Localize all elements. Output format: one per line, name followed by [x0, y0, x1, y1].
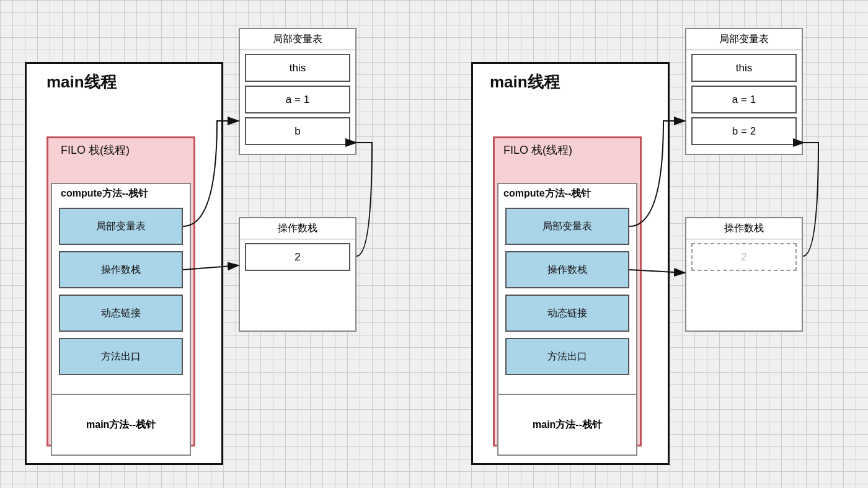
dynamic-link-left: 动态链接 — [59, 295, 183, 332]
local-vars-left: 局部变量表 — [59, 208, 183, 245]
dynamic-link-right: 动态链接 — [505, 295, 629, 332]
local-table-left: 局部变量表 this a = 1 b — [239, 28, 356, 155]
main-method-frame-right: main方法--栈针 — [497, 394, 637, 456]
method-exit-left: 方法出口 — [59, 338, 183, 375]
method-exit-right: 方法出口 — [505, 338, 629, 375]
main-label-right: main线程 — [490, 71, 560, 93]
operand-table-left: 操作数栈 2 — [239, 217, 356, 332]
local-table-cell-left-1: a = 1 — [245, 86, 350, 113]
compute-label-right: compute方法--栈针 — [503, 187, 591, 200]
operand-cell-right-0: 2 — [691, 243, 797, 271]
operand-table-right: 操作数栈 2 — [685, 217, 803, 332]
local-table-cell-left-0: this — [245, 54, 350, 82]
operand-stack-right: 操作数栈 — [505, 251, 629, 288]
filo-label-right: FILO 栈(线程) — [503, 143, 572, 157]
operand-stack-left: 操作数栈 — [59, 251, 183, 288]
local-table-cell-right-0: this — [691, 54, 797, 82]
local-vars-right: 局部变量表 — [505, 208, 629, 245]
operand-cell-left-0: 2 — [245, 243, 350, 271]
main-method-frame-left: main方法--栈针 — [51, 394, 191, 456]
local-table-title-left: 局部变量表 — [240, 29, 355, 50]
compute-label-left: compute方法--栈针 — [61, 187, 148, 200]
local-table-cell-left-2: b — [245, 117, 350, 145]
local-table-cell-right-2: b = 2 — [691, 117, 797, 145]
local-table-title-right: 局部变量表 — [686, 29, 802, 50]
operand-title-right: 操作数栈 — [686, 218, 802, 239]
left-diagram: main线程 FILO 栈(线程) compute方法--栈针 局部变量表 操作… — [12, 12, 422, 477]
operand-title-left: 操作数栈 — [240, 218, 355, 239]
right-diagram: main线程 FILO 栈(线程) compute方法--栈针 局部变量表 操作… — [459, 12, 868, 477]
filo-label-left: FILO 栈(线程) — [61, 143, 130, 157]
local-table-right: 局部变量表 this a = 1 b = 2 — [685, 28, 803, 155]
local-table-cell-right-1: a = 1 — [691, 86, 797, 113]
main-label-left: main线程 — [46, 71, 117, 93]
diagram-wrapper: main线程 FILO 栈(线程) compute方法--栈针 局部变量表 操作… — [12, 12, 856, 477]
